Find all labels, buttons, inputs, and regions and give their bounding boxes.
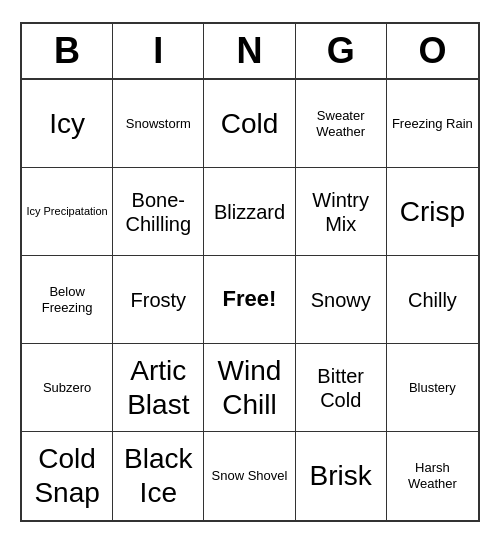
cell-text-r1-c3: Wintry Mix [300, 188, 382, 236]
header-letter-o: O [387, 24, 478, 78]
cell-r0-c4: Freezing Rain [387, 80, 478, 168]
cell-r4-c1: Black Ice [113, 432, 204, 520]
cell-text-r1-c1: Bone-Chilling [117, 188, 199, 236]
cell-r1-c2: Blizzard [204, 168, 295, 256]
cell-r4-c0: Cold Snap [22, 432, 113, 520]
cell-r1-c4: Crisp [387, 168, 478, 256]
header-letter-b: B [22, 24, 113, 78]
cell-text-r2-c1: Frosty [131, 288, 187, 312]
cell-text-r0-c0: Icy [49, 107, 85, 141]
cell-text-r0-c4: Freezing Rain [392, 116, 473, 132]
bingo-grid: IcySnowstormColdSweater WeatherFreezing … [22, 80, 478, 520]
bingo-card: BINGO IcySnowstormColdSweater WeatherFre… [20, 22, 480, 522]
cell-text-r4-c0: Cold Snap [26, 442, 108, 509]
cell-r3-c0: Subzero [22, 344, 113, 432]
cell-r0-c2: Cold [204, 80, 295, 168]
cell-text-r1-c2: Blizzard [214, 200, 285, 224]
cell-r0-c1: Snowstorm [113, 80, 204, 168]
cell-r3-c2: Wind Chill [204, 344, 295, 432]
cell-r1-c0: Icy Precipatation [22, 168, 113, 256]
cell-r0-c0: Icy [22, 80, 113, 168]
cell-text-r2-c2: Free! [223, 286, 277, 312]
cell-text-r4-c4: Harsh Weather [391, 460, 474, 491]
cell-text-r0-c2: Cold [221, 107, 279, 141]
cell-r3-c1: Artic Blast [113, 344, 204, 432]
cell-r2-c4: Chilly [387, 256, 478, 344]
cell-text-r2-c4: Chilly [408, 288, 457, 312]
cell-text-r0-c3: Sweater Weather [300, 108, 382, 139]
cell-r2-c3: Snowy [296, 256, 387, 344]
cell-text-r1-c4: Crisp [400, 195, 465, 229]
cell-r0-c3: Sweater Weather [296, 80, 387, 168]
header-letter-i: I [113, 24, 204, 78]
header-letter-n: N [204, 24, 295, 78]
cell-text-r2-c3: Snowy [311, 288, 371, 312]
cell-text-r3-c2: Wind Chill [208, 354, 290, 421]
cell-text-r3-c4: Blustery [409, 380, 456, 396]
cell-text-r0-c1: Snowstorm [126, 116, 191, 132]
cell-text-r2-c0: Below Freezing [26, 284, 108, 315]
cell-text-r3-c0: Subzero [43, 380, 91, 396]
cell-r4-c2: Snow Shovel [204, 432, 295, 520]
cell-text-r4-c3: Brisk [310, 459, 372, 493]
cell-text-r3-c1: Artic Blast [117, 354, 199, 421]
cell-r4-c3: Brisk [296, 432, 387, 520]
cell-r2-c0: Below Freezing [22, 256, 113, 344]
cell-r4-c4: Harsh Weather [387, 432, 478, 520]
cell-r2-c2: Free! [204, 256, 295, 344]
cell-r1-c1: Bone-Chilling [113, 168, 204, 256]
cell-r3-c3: Bitter Cold [296, 344, 387, 432]
cell-r2-c1: Frosty [113, 256, 204, 344]
header-letter-g: G [296, 24, 387, 78]
cell-text-r4-c1: Black Ice [117, 442, 199, 509]
cell-text-r3-c3: Bitter Cold [300, 364, 382, 412]
cell-r3-c4: Blustery [387, 344, 478, 432]
cell-r1-c3: Wintry Mix [296, 168, 387, 256]
bingo-header: BINGO [22, 24, 478, 80]
cell-text-r1-c0: Icy Precipatation [26, 205, 107, 218]
cell-text-r4-c2: Snow Shovel [212, 468, 288, 484]
